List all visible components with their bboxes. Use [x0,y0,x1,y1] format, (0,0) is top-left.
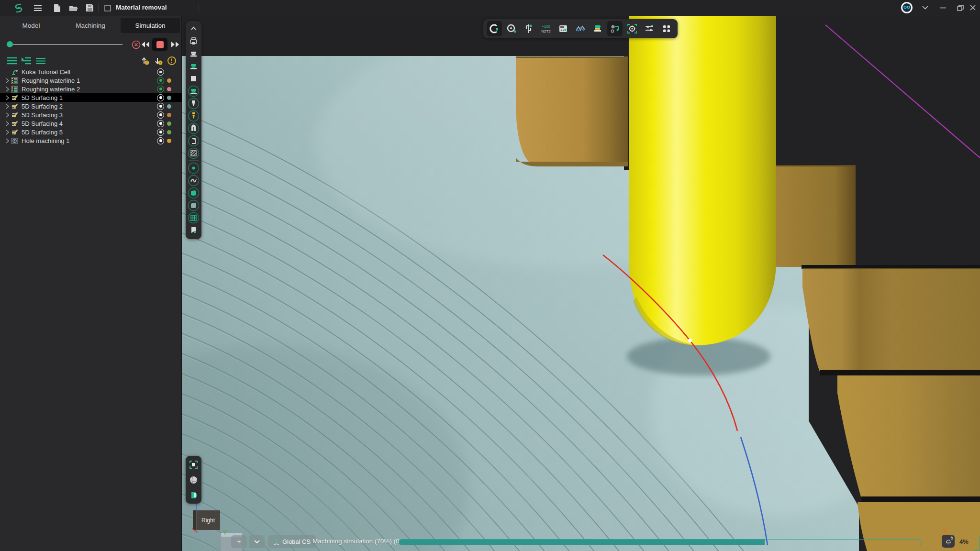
global-cs-label: Global CS [282,538,311,545]
minimize-button[interactable] [936,1,950,14]
note-icon[interactable] [187,224,200,236]
viewport-3d[interactable]: +100N2T2 Z Right Y + Global CS Machining… [182,16,980,551]
workpiece-toggle-icon[interactable] [187,85,200,97]
tree-item-label: 5D Surfacing 2 [22,103,63,110]
flat-list-icon[interactable] [34,55,47,66]
expand-chevron-icon[interactable] [4,112,11,118]
orbit-view-icon[interactable] [187,474,200,486]
apps-grid-icon[interactable] [659,21,674,36]
tree-item-5d-surfacing-5[interactable]: 5D Surfacing 5 [0,128,182,136]
caliper-icon[interactable] [521,21,536,36]
main-menu-icon[interactable] [32,2,44,14]
app-logo-icon[interactable] [12,2,25,14]
expand-chevron-icon[interactable] [4,130,11,135]
tool-trace-icon[interactable] [187,110,200,122]
prev-warning-icon[interactable]: ! [139,55,151,66]
user-avatar[interactable] [900,1,914,14]
tree-item-hole-machining-1[interactable]: Hole machining 1 [0,136,182,145]
expand-chevron-icon[interactable] [4,138,11,143]
expand-chevron-icon[interactable] [4,87,11,92]
cube-side-face[interactable] [193,510,196,530]
root-radio-icon[interactable] [157,68,164,76]
warnings-icon[interactable] [166,55,178,66]
hatch-toggle-icon[interactable] [187,147,200,159]
next-warning-icon[interactable]: ! [152,55,165,66]
snap-magnet-icon[interactable] [487,21,502,36]
view-mode-icon[interactable] [187,489,200,501]
tree-item-5d-surfacing-2[interactable]: 5D Surfacing 2 [0,102,182,110]
stop-button[interactable] [152,38,167,51]
mesh-toggle-icon[interactable] [187,211,200,224]
notifications-button[interactable]: 5 [942,535,955,548]
tree-item-roughing-waterline-1[interactable]: Roughing waterline 1 [0,76,182,85]
graph-icon[interactable] [573,21,588,36]
operation-enabled-radio[interactable] [157,137,164,144]
point-toggle-icon[interactable] [187,162,200,174]
expand-chevron-icon[interactable] [4,104,11,109]
operation-enabled-radio[interactable] [157,111,164,119]
tree-item-5d-surfacing-1[interactable]: 5D Surfacing 1 [0,93,182,102]
svg-text:+100: +100 [542,24,551,29]
surfacing-operation-icon [11,94,19,101]
calculator-icon[interactable] [556,21,571,36]
simulation-progress-bar[interactable] [399,539,922,545]
simulation-slider-knob[interactable] [7,41,13,47]
curve-toggle-icon[interactable] [187,174,200,187]
surface-toggle-icon[interactable] [187,187,200,199]
axis-y-label: Y [223,529,227,536]
global-cs-button[interactable]: Global CS [268,535,316,548]
operation-enabled-radio[interactable] [157,86,164,93]
open-file-icon[interactable] [67,2,79,14]
stock-icon[interactable] [187,60,200,72]
collapse-list-icon[interactable] [6,55,18,66]
tree-item-5d-surfacing-4[interactable]: 5D Surfacing 4 [0,119,182,128]
tree-item-5d-surfacing-3[interactable]: 5D Surfacing 3 [0,110,182,119]
filters-icon[interactable] [642,21,657,36]
holder-toggle-icon[interactable] [187,122,200,134]
operation-enabled-radio[interactable] [157,77,164,84]
operation-enabled-radio[interactable] [157,120,164,127]
part-icon[interactable] [187,47,200,60]
cube-face-right[interactable]: Right [196,510,220,530]
tree-item-label: 5D Surfacing 4 [22,120,63,127]
expand-current-icon[interactable] [20,55,33,66]
machine-icon[interactable] [187,35,200,47]
tree-item-label: Roughing waterline 2 [22,86,80,93]
operation-enabled-radio[interactable] [157,129,164,136]
tree-item-label: 5D Surfacing 5 [22,129,63,136]
tree-root-item[interactable]: Kuka Tutorial Cell [0,67,182,76]
rewind-button[interactable] [140,39,151,50]
cs-dropdown-button[interactable] [249,535,265,548]
stock-layers-icon[interactable] [590,21,605,36]
expand-chevron-icon[interactable] [4,95,11,100]
expand-chevron-icon[interactable] [4,78,11,83]
tab-simulation[interactable]: Simulation [121,18,180,33]
frame-toggle-icon[interactable] [187,134,200,147]
document-title: Material removal [116,4,167,11]
fit-view-icon[interactable] [187,458,200,471]
tool-toggle-icon[interactable] [187,97,200,110]
probe-codes-icon[interactable]: +100N2T2 [538,21,554,36]
collapse-icon[interactable] [187,22,200,35]
close-button[interactable] [966,1,980,14]
operation-enabled-radio[interactable] [157,94,164,101]
add-cs-button[interactable]: + [231,535,247,548]
expand-chevron-icon[interactable] [4,121,11,126]
sheet-toggle-icon[interactable] [187,199,200,211]
forward-button[interactable] [169,39,181,50]
corner-resize-handle[interactable] [974,536,980,551]
stock-block-b [802,268,980,372]
measure-tape-icon[interactable] [504,21,519,36]
node-links-icon[interactable] [607,21,623,36]
tab-model[interactable]: Model [2,18,60,33]
tree-item-roughing-waterline-2[interactable]: Roughing waterline 2 [0,85,182,93]
tab-machining[interactable]: Machining [61,18,120,33]
window-chevron-icon[interactable] [918,1,932,14]
save-file-icon[interactable] [83,2,96,14]
fixture-icon[interactable] [187,72,200,85]
title-bar: Material removal [0,0,980,16]
operation-enabled-radio[interactable] [157,103,164,110]
machining-gear-icon[interactable] [624,21,640,36]
new-file-icon[interactable] [51,2,63,14]
simulation-slider-track[interactable] [11,44,122,45]
